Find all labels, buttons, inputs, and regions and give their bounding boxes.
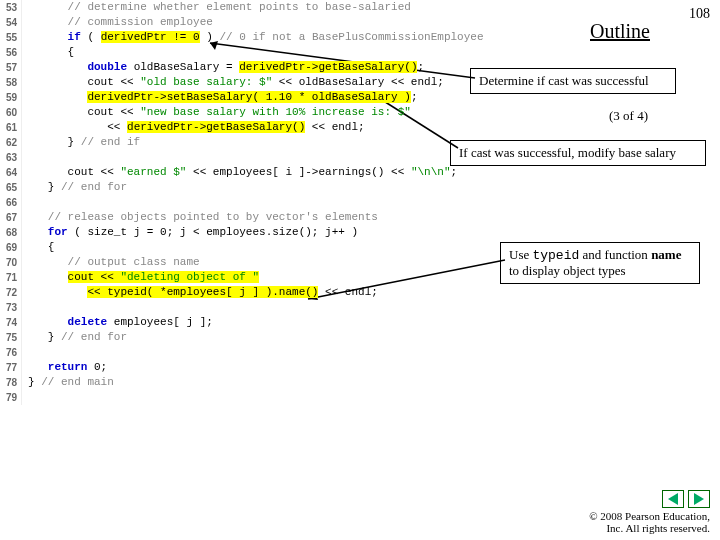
prev-button[interactable] bbox=[662, 490, 684, 508]
code-listing: 53 // determine whether element points t… bbox=[0, 0, 510, 405]
triangle-right-icon bbox=[694, 493, 704, 505]
annotation-typeid: Use typeid and function name to display … bbox=[500, 242, 700, 284]
next-button[interactable] bbox=[688, 490, 710, 508]
progress-indicator: (3 of 4) bbox=[609, 108, 648, 124]
copyright-footer: © 2008 Pearson Education, Inc. All right… bbox=[589, 510, 710, 534]
triangle-left-icon bbox=[668, 493, 678, 505]
nav-controls bbox=[662, 490, 710, 508]
page-number: 108 bbox=[689, 6, 710, 22]
outline-title: Outline bbox=[590, 20, 650, 43]
